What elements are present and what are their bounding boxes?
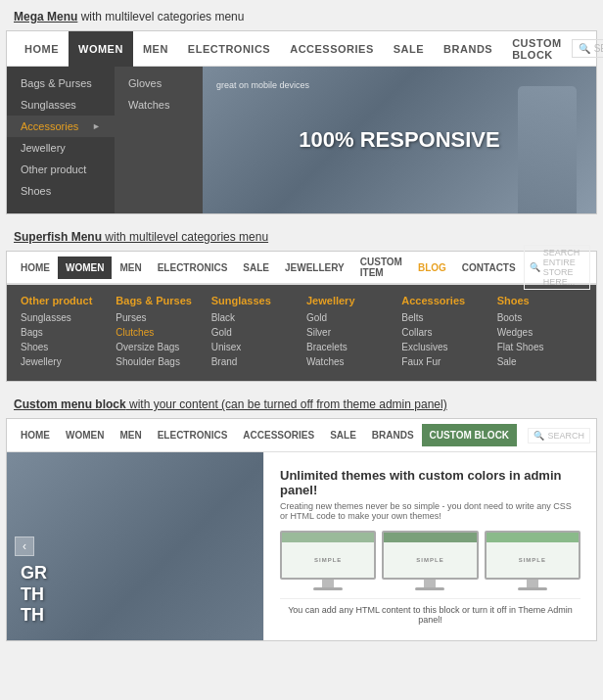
- cm-women[interactable]: WOMEN: [58, 424, 112, 446]
- sf-item-4-1[interactable]: Collars: [401, 327, 487, 338]
- sf-item-4-0[interactable]: Belts: [401, 312, 487, 323]
- sf-item-1-1[interactable]: Clutches: [116, 327, 201, 338]
- popup-title: Unlimited themes with custom colors in a…: [280, 468, 580, 497]
- custom-content: ‹ GR TH TH Unlimited themes with custom …: [7, 452, 596, 640]
- sf-col-header-2[interactable]: Sunglasses: [211, 295, 297, 306]
- mm-nav-women[interactable]: WOMEN: [69, 31, 133, 67]
- sf-item-5-3[interactable]: Sale: [497, 356, 582, 367]
- sf-item-1-2[interactable]: Oversize Bags: [116, 342, 201, 352]
- sf-item-0-3[interactable]: Jewellery: [21, 356, 106, 367]
- dd-shoes[interactable]: Shoes: [7, 180, 115, 202]
- sf-item-4-2[interactable]: Exclusives: [401, 342, 487, 352]
- sf-item-0-1[interactable]: Bags: [21, 327, 106, 338]
- sf-search-box[interactable]: 🔍 SEARCH ENTIRE STORE HERE...: [524, 245, 590, 290]
- superfish-container: HOME WOMEN MEN ELECTRONICS SALE JEWELLER…: [6, 251, 597, 382]
- sf-item-2-1[interactable]: Gold: [211, 327, 297, 338]
- mega-menu-title: Mega Menu with multilevel categories men…: [6, 4, 597, 26]
- sf-men[interactable]: MEN: [112, 257, 149, 279]
- cm-sale[interactable]: SALE: [322, 424, 364, 446]
- mm-search-box[interactable]: 🔍 SEARCH: [572, 39, 603, 58]
- monitor-1: SIMPLE: [280, 531, 376, 590]
- sf-jewellery[interactable]: JEWELLERY: [277, 257, 352, 279]
- dd-jewellery[interactable]: Jewellery: [7, 137, 115, 159]
- sf-home[interactable]: HOME: [13, 257, 58, 279]
- sf-contacts[interactable]: CONTACTS: [454, 257, 524, 279]
- sf-item-2-2[interactable]: Unisex: [211, 342, 297, 352]
- monitor-body-1: SIMPLE: [282, 542, 374, 578]
- sf-item-2-3[interactable]: Brand: [211, 356, 297, 367]
- sf-item-0-0[interactable]: Sunglasses: [21, 312, 106, 323]
- superfish-section-title: Superfish Menu with multilevel categorie…: [6, 224, 597, 247]
- mm-nav-home[interactable]: HOME: [15, 31, 69, 67]
- sf-search-icon: 🔍: [530, 262, 540, 272]
- mega-hero: great on mobile devices 100% RESPONSIVE: [203, 67, 596, 213]
- mm-nav-men[interactable]: MEN: [133, 31, 178, 67]
- sf-custom-item[interactable]: CUSTOM ITEM: [352, 251, 410, 284]
- monitor-base-3: [518, 587, 547, 590]
- mm-nav-sale[interactable]: SALE: [384, 31, 434, 67]
- cm-custom-block[interactable]: CUSTOM BLOCK: [422, 424, 517, 446]
- monitor-3: SIMPLE: [485, 531, 580, 590]
- monitor-label-2: SIMPLE: [416, 557, 443, 563]
- cm-brands[interactable]: BRANDS: [364, 424, 422, 446]
- dd-bags[interactable]: Bags & Purses: [7, 72, 115, 94]
- popup-footer: You can add any HTML content to this blo…: [280, 598, 580, 625]
- sf-sale[interactable]: SALE: [235, 257, 277, 279]
- custom-container: HOME WOMEN MEN ELECTRONICS ACCESSORIES S…: [6, 418, 597, 641]
- mm-nav-custom[interactable]: CUSTOM BLOCK: [502, 31, 571, 67]
- monitor-stand-2: [424, 580, 436, 587]
- monitor-top-bar-3: [487, 533, 579, 542]
- arrow-right-icon: ►: [92, 121, 101, 131]
- hero-text-block: GR TH TH: [21, 563, 47, 627]
- sf-item-5-1[interactable]: Wedges: [497, 327, 582, 338]
- sf-col-header-4[interactable]: Accessories: [401, 295, 487, 306]
- sf-col-1: Bags & Purses Purses Clutches Oversize B…: [116, 295, 201, 371]
- sf-item-3-0[interactable]: Gold: [306, 312, 392, 323]
- cm-search[interactable]: 🔍 SEARCH: [528, 428, 590, 443]
- sf-col-header-1[interactable]: Bags & Purses: [116, 295, 201, 306]
- monitor-screen-1: SIMPLE: [280, 531, 376, 580]
- sf-item-3-3[interactable]: Watches: [306, 356, 392, 367]
- sf-item-1-3[interactable]: Shoulder Bags: [116, 356, 201, 367]
- cm-accessories[interactable]: ACCESSORIES: [235, 424, 322, 446]
- custom-popup: Unlimited themes with custom colors in a…: [263, 452, 596, 640]
- monitor-base-2: [415, 587, 444, 590]
- search-placeholder: SEARCH: [594, 43, 603, 54]
- sf-item-5-0[interactable]: Boots: [497, 312, 582, 323]
- sf-col-header-3[interactable]: Jewellery: [306, 295, 392, 306]
- sf-col-0: Other product Sunglasses Bags Shoes Jewe…: [21, 295, 106, 371]
- monitor-screen-2: SIMPLE: [382, 531, 478, 580]
- dd-sunglasses[interactable]: Sunglasses: [7, 94, 115, 116]
- sf-col-header-5[interactable]: Shoes: [497, 295, 582, 306]
- mm-nav-electronics[interactable]: ELECTRONICS: [178, 31, 280, 67]
- cm-electronics[interactable]: ELECTRONICS: [150, 424, 236, 446]
- sf-item-0-2[interactable]: Shoes: [21, 342, 106, 352]
- mega-menu-navbar: HOME WOMEN MEN ELECTRONICS ACCESSORIES S…: [7, 31, 596, 67]
- sf-item-1-0[interactable]: Purses: [116, 312, 201, 323]
- dd-gloves[interactable]: Gloves: [115, 72, 203, 94]
- dd-other[interactable]: Other product: [7, 159, 115, 180]
- sf-col-4: Accessories Belts Collars Exclusives Fau…: [401, 295, 487, 371]
- monitor-top-bar-2: [384, 533, 476, 542]
- mm-nav-accessories[interactable]: ACCESSORIES: [280, 31, 384, 67]
- cm-home[interactable]: HOME: [13, 424, 58, 446]
- sf-item-4-3[interactable]: Faux Fur: [401, 356, 487, 367]
- sf-blog[interactable]: BLOG: [410, 257, 454, 279]
- sf-item-2-0[interactable]: Black: [211, 312, 297, 323]
- cm-men[interactable]: MEN: [112, 424, 149, 446]
- sf-electronics[interactable]: ELECTRONICS: [150, 257, 236, 279]
- dd-watches[interactable]: Watches: [115, 94, 203, 116]
- mm-nav-brands[interactable]: BRANDS: [434, 31, 502, 67]
- prev-arrow[interactable]: ‹: [15, 537, 34, 556]
- mega-menu-container: HOME WOMEN MEN ELECTRONICS ACCESSORIES S…: [6, 30, 597, 214]
- monitor-stand-3: [527, 580, 538, 587]
- sf-item-3-2[interactable]: Bracelets: [306, 342, 392, 352]
- dd-accessories[interactable]: Accessories ►: [7, 116, 115, 137]
- sf-women[interactable]: WOMEN: [58, 257, 112, 279]
- sf-item-3-1[interactable]: Silver: [306, 327, 392, 338]
- mega-menu-section: Mega Menu with multilevel categories men…: [6, 4, 597, 26]
- sf-item-5-2[interactable]: Flat Shoes: [497, 342, 582, 352]
- sf-col-header-0[interactable]: Other product: [21, 295, 106, 306]
- monitor-stand-1: [322, 580, 334, 587]
- mega-dropdown-area: Bags & Purses Sunglasses Accessories ► J…: [7, 67, 596, 213]
